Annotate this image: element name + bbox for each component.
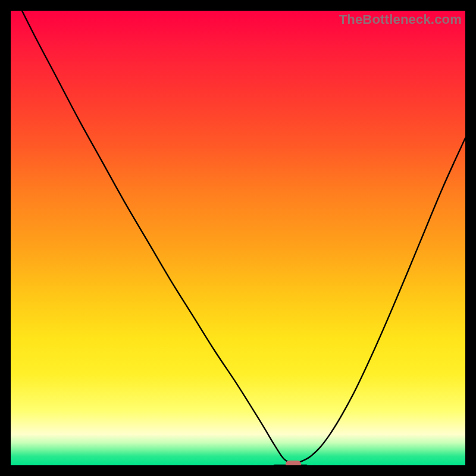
- watermark-text: TheBottleneck.com: [339, 12, 462, 27]
- chart-frame: TheBottleneck.com: [0, 0, 476, 476]
- optimal-marker: [286, 461, 301, 465]
- curve-path: [11, 11, 465, 465]
- bottleneck-curve: [11, 11, 465, 465]
- plot-area: TheBottleneck.com: [11, 11, 465, 465]
